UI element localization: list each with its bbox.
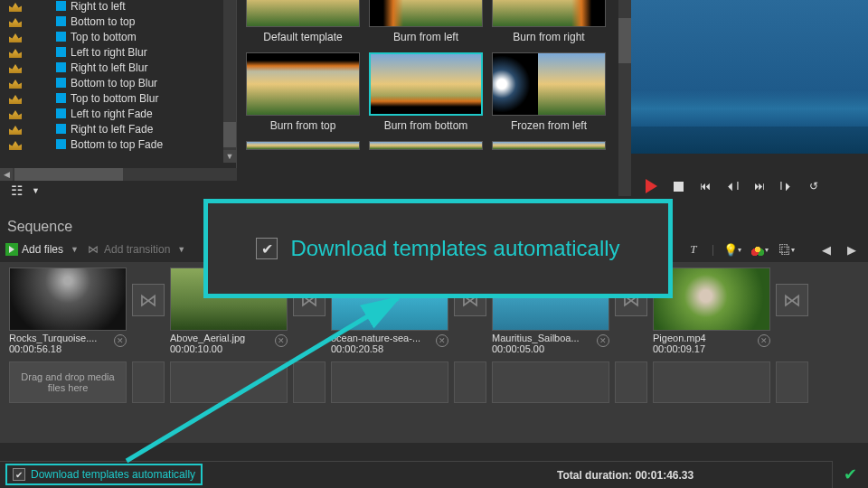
confirm-button[interactable]: ✔ (832, 461, 868, 488)
clip-duration: 00:00:05.00 (492, 343, 580, 354)
step-back-button[interactable]: ⏴I (725, 179, 740, 193)
step-fwd-button[interactable]: I⏵ (779, 179, 794, 193)
tree-item[interactable]: Right to left Blur (56, 60, 219, 75)
download-templates-label: Download templates automatically (31, 468, 195, 481)
crown-icon (9, 140, 22, 150)
effects-tree-panel: Right to leftBottom to topTop to bottomL… (0, 0, 237, 181)
tree-item-label: Left to right Blur (71, 46, 147, 59)
clip-name: Pigeon.mp4 (653, 333, 706, 343)
transition-slot[interactable]: ⋈ (132, 284, 165, 316)
view-dropdown-icon[interactable]: ▼ (32, 186, 40, 195)
item-color-icon (56, 93, 66, 103)
clip-remove-button[interactable]: ✕ (436, 334, 448, 347)
tree-item-label: Right to left Blur (71, 61, 147, 74)
crown-icon (9, 109, 22, 119)
template-label: Frozen from left (492, 119, 606, 132)
crown-icon (9, 94, 22, 104)
audio-drop-slot[interactable] (653, 361, 770, 403)
tree-item[interactable]: Bottom to top Blur (56, 75, 219, 90)
template-thumb[interactable] (246, 0, 360, 27)
audio-gap (132, 361, 165, 403)
add-transition-button[interactable]: Add transition (104, 243, 170, 256)
scrollbar-thumb[interactable] (618, 18, 631, 63)
next-button[interactable]: ⏭ (752, 179, 767, 193)
checkbox-icon[interactable]: ✔ (256, 238, 278, 259)
template-item[interactable]: Burn from bottom (369, 52, 483, 132)
clip-remove-button[interactable]: ✕ (275, 334, 288, 347)
template-thumb[interactable] (492, 141, 606, 150)
checkbox-icon[interactable]: ✔ (13, 468, 25, 481)
tree-item[interactable]: Right to left Fade (56, 121, 219, 136)
clip-duration: 00:00:56.18 (9, 343, 97, 354)
prev-button[interactable]: ⏮ (698, 179, 712, 193)
gallery-scrollbar[interactable] (618, 0, 631, 196)
template-thumb[interactable] (246, 141, 360, 150)
template-item[interactable]: Burn from right (492, 0, 606, 43)
template-thumb[interactable] (246, 52, 360, 116)
text-tool-button[interactable]: T (684, 241, 703, 258)
sequence-clip[interactable]: Rocks_Turquoise....00:00:56.18✕ (9, 267, 127, 354)
template-item[interactable]: Frozen from left (492, 52, 606, 132)
transition-slot[interactable]: ⋈ (776, 284, 808, 316)
template-thumb[interactable] (369, 141, 483, 150)
crown-icon (9, 125, 22, 135)
template-item[interactable]: Default template (246, 0, 360, 43)
tree-item[interactable]: Left to right Fade (56, 106, 219, 121)
tree-vertical-scrollbar[interactable]: ▼ (223, 0, 236, 163)
tree-item[interactable]: Top to bottom (56, 29, 219, 44)
tree-item[interactable]: Left to right Blur (56, 44, 219, 60)
template-thumb[interactable] (369, 0, 483, 27)
play-button[interactable] (644, 179, 658, 193)
audio-drop-slot[interactable] (170, 361, 288, 403)
item-color-icon (56, 124, 66, 134)
tree-item-label: Bottom to top Blur (71, 77, 157, 89)
tree-item-label: Top to bottom Blur (71, 92, 158, 105)
clip-prev-button[interactable]: ◀ (817, 241, 835, 258)
tree-item[interactable]: Right to left (56, 0, 219, 14)
template-thumb[interactable] (492, 52, 606, 116)
tree-item[interactable]: Bottom to top (56, 14, 219, 29)
tree-horizontal-scrollbar[interactable]: ◀ (0, 168, 237, 181)
clip-thumb[interactable] (9, 267, 127, 331)
color-button[interactable]: ▾ (750, 241, 769, 258)
list-view-button[interactable]: ☷ (11, 183, 23, 199)
scrollbar-thumb[interactable] (14, 168, 123, 181)
view-toolbar: ☷ ▼ (0, 181, 237, 201)
audio-gap (454, 361, 486, 403)
audio-drop-slot[interactable]: Drag and drop media files here (9, 361, 127, 403)
download-templates-checkbox-small[interactable]: ✔ Download templates automatically (5, 464, 203, 485)
tree-item[interactable]: Top to bottom Blur (56, 90, 219, 106)
clip-remove-button[interactable]: ✕ (114, 334, 127, 347)
template-item[interactable]: Burn from left (369, 0, 483, 43)
add-transition-dropdown-icon[interactable]: ▼ (177, 245, 185, 254)
template-item[interactable] (246, 141, 360, 150)
loop-button[interactable]: ↺ (807, 179, 821, 193)
tree-item-label: Bottom to top Fade (71, 138, 163, 151)
add-files-button[interactable]: Add files (22, 243, 63, 256)
clip-remove-button[interactable]: ✕ (597, 334, 609, 347)
clip-remove-button[interactable]: ✕ (758, 334, 770, 347)
tree-item[interactable]: Bottom to top Fade (56, 136, 219, 152)
add-files-dropdown-icon[interactable]: ▼ (71, 245, 79, 254)
audio-drop-slot[interactable] (492, 361, 609, 403)
template-gallery: Default templateBurn from leftBurn from … (237, 0, 631, 196)
scrollbar-thumb[interactable] (223, 122, 236, 147)
template-thumb[interactable] (369, 52, 483, 116)
template-label: Burn from top (246, 119, 360, 132)
template-item[interactable] (369, 141, 483, 150)
item-color-icon (56, 78, 66, 88)
stop-button[interactable] (671, 179, 685, 193)
item-color-icon (56, 47, 66, 57)
scroll-down-arrow-icon[interactable]: ▼ (223, 150, 236, 163)
scroll-left-arrow-icon[interactable]: ◀ (0, 168, 13, 181)
idea-button[interactable]: 💡▾ (723, 241, 741, 258)
audio-drop-slot[interactable] (331, 361, 448, 403)
template-item[interactable]: Burn from top (246, 52, 360, 132)
copy-button[interactable]: ⿻▾ (778, 241, 796, 258)
transition-icon: ⋈ (86, 242, 100, 257)
total-duration-label: Total duration: 00:01:46.33 (557, 469, 693, 482)
template-item[interactable] (492, 141, 606, 150)
clip-next-button[interactable]: ▶ (843, 241, 861, 258)
template-label: Burn from left (369, 31, 483, 43)
template-thumb[interactable] (492, 0, 606, 27)
